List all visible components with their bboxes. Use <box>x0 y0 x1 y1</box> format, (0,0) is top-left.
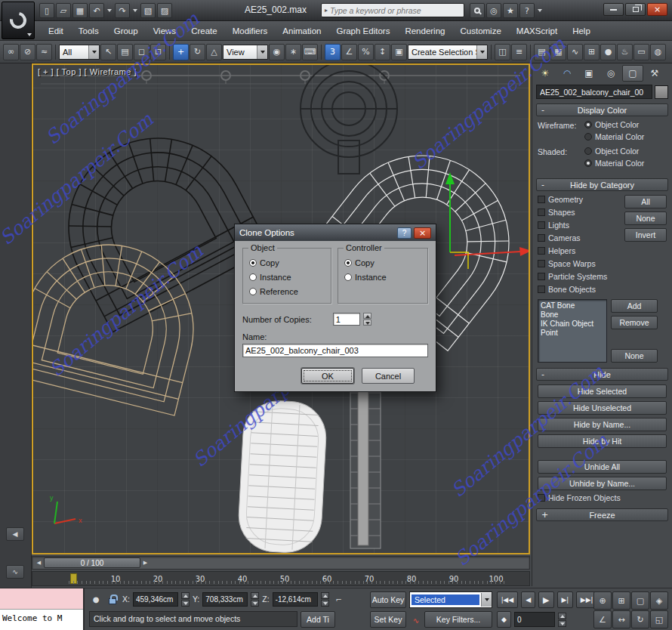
menu-modifiers[interactable]: Modifiers <box>225 21 276 41</box>
selection-filter-dropdown[interactable]: All <box>59 45 100 60</box>
viewport-label[interactable]: [ + ] [ Top ] [ Wireframe ] <box>38 67 137 76</box>
bone-objects-list[interactable]: CAT Bone Bone IK Chain Object Point <box>538 299 607 363</box>
auto-key-button[interactable]: Auto Key <box>370 591 406 608</box>
copies-spinner[interactable] <box>363 313 371 326</box>
current-frame-input[interactable] <box>514 612 555 627</box>
layer-manager-button[interactable]: ▤ <box>534 44 550 60</box>
category-invert-button[interactable]: Invert <box>624 228 667 242</box>
material-editor-button[interactable]: ● <box>600 44 616 60</box>
snaps-toggle-button[interactable]: 3 <box>325 44 341 60</box>
object-reference-radio[interactable]: Reference <box>249 287 325 296</box>
spinner-snap-toggle-button[interactable]: ↕ <box>375 44 390 60</box>
schematic-view-button[interactable]: ⊞ <box>584 44 600 60</box>
hide-selected-button[interactable]: Hide Selected <box>538 384 667 398</box>
select-and-scale-button[interactable]: △ <box>206 44 222 60</box>
communication-center-icon[interactable]: ◎ <box>486 3 501 18</box>
category-shapes-checkbox[interactable]: Shapes <box>538 208 621 217</box>
field-of-view-button[interactable]: ∠ <box>593 610 612 628</box>
time-slider-prev-arrow[interactable]: ◀ <box>34 557 44 568</box>
undo-dropdown-icon[interactable] <box>106 3 113 18</box>
search-box[interactable]: ▸ <box>321 3 464 17</box>
list-item[interactable]: CAT Bone <box>541 301 604 310</box>
dot-icon[interactable]: ● <box>89 591 103 607</box>
project-folder-button[interactable]: ▧ <box>140 3 156 18</box>
object-instance-radio[interactable]: Instance <box>249 273 325 282</box>
tab-display[interactable]: ▢ <box>622 65 643 82</box>
use-pivot-point-center-button[interactable]: ◉ <box>269 44 285 60</box>
listener-macro-recorder-row[interactable] <box>0 588 83 610</box>
hide-rollout-header[interactable]: - Hide <box>536 368 668 381</box>
minimize-button[interactable] <box>603 3 624 16</box>
orbit-button[interactable]: ↻ <box>631 610 649 628</box>
menu-group[interactable]: Group <box>106 21 146 41</box>
menu-maxscript[interactable]: MAXScript <box>509 21 565 41</box>
select-by-name-button[interactable]: ▤ <box>117 44 133 60</box>
tab-hierarchy[interactable]: ▣ <box>578 65 600 82</box>
search-icon[interactable] <box>470 3 485 18</box>
collapse-panel-button[interactable]: ◀ <box>6 527 24 541</box>
key-mode-dropdown[interactable]: Selected <box>409 591 492 608</box>
rendered-frame-window-button[interactable]: ▭ <box>633 44 649 60</box>
category-lights-checkbox[interactable]: Lights <box>538 221 621 230</box>
z-coordinate-input[interactable] <box>273 592 318 607</box>
menu-edit[interactable]: Edit <box>41 21 71 41</box>
track-bar[interactable]: 0 10 20 30 40 50 60 70 80 90 100 <box>32 571 530 586</box>
time-slider-next-arrow[interactable]: ▶ <box>140 557 150 568</box>
category-helpers-checkbox[interactable]: Helpers <box>538 246 621 255</box>
bind-to-space-warp-button[interactable]: ≈ <box>36 44 52 60</box>
zoom-extents-all-button[interactable]: ◈ <box>650 591 668 610</box>
hide-by-category-rollout-header[interactable]: - Hide by Category <box>536 178 668 191</box>
menu-customize[interactable]: Customize <box>452 21 508 41</box>
keyboard-shortcut-override-button[interactable]: ⌨ <box>302 44 318 60</box>
listener-output-row[interactable]: Welcome to M <box>0 610 83 630</box>
angle-snap-toggle-button[interactable]: ∠ <box>341 44 357 60</box>
open-file-button[interactable]: ▱ <box>56 3 71 18</box>
display-color-rollout-header[interactable]: - Display Color <box>536 103 668 116</box>
x-coordinate-input[interactable] <box>133 592 178 607</box>
category-cameras-checkbox[interactable]: Cameras <box>538 233 621 242</box>
key-filters-button[interactable]: Key Filters... <box>424 611 492 628</box>
new-scene-button[interactable]: ▯ <box>39 3 54 18</box>
edit-named-selection-sets-button[interactable]: ▣ <box>391 44 407 60</box>
controller-instance-radio[interactable]: Instance <box>344 273 421 282</box>
list-item[interactable]: IK Chain Object <box>541 320 604 329</box>
category-space-warps-checkbox[interactable]: Space Warps <box>538 259 621 268</box>
cancel-button[interactable]: Cancel <box>362 368 415 384</box>
absolute-offset-toggle[interactable]: ⌐ <box>332 591 346 607</box>
x-spinner[interactable] <box>181 592 190 607</box>
menu-rendering[interactable]: Rendering <box>397 21 452 41</box>
tab-modify[interactable]: ◠ <box>556 65 578 82</box>
object-name-input[interactable] <box>536 85 652 99</box>
hide-frozen-objects-checkbox[interactable]: Hide Frozen Objects <box>538 493 667 502</box>
previous-frame-button[interactable]: ◀ <box>521 591 535 608</box>
workspace-button[interactable]: ▨ <box>157 3 172 18</box>
redo-dropdown-icon[interactable] <box>131 3 139 18</box>
search-input[interactable] <box>330 6 461 15</box>
category-geometry-checkbox[interactable]: Geometry <box>538 195 621 204</box>
mirror-button[interactable]: ◫ <box>495 44 510 60</box>
tab-utilities[interactable]: ⚒ <box>644 65 665 82</box>
hide-by-name-button[interactable]: Hide by Name... <box>538 418 667 431</box>
add-time-tag-button[interactable]: Add Ti <box>301 611 335 628</box>
help-button[interactable]: ? <box>519 3 535 18</box>
render-setup-button[interactable]: ♨ <box>617 44 633 60</box>
menu-animation[interactable]: Animation <box>275 21 328 41</box>
shaded-material-color-radio[interactable]: Material Color <box>584 159 644 168</box>
category-particle-systems-checkbox[interactable]: Particle Systems <box>538 272 621 281</box>
key-mode-toggle-button[interactable]: ◆ <box>497 611 511 628</box>
rectangular-selection-region-button[interactable]: ◻ <box>134 44 150 60</box>
object-copy-radio[interactable]: Copy <box>249 258 325 267</box>
zoom-all-button[interactable]: ⊞ <box>612 591 630 610</box>
menu-create[interactable]: Create <box>183 21 225 41</box>
close-button[interactable]: × <box>647 3 667 16</box>
unhide-all-button[interactable]: Unhide All <box>538 460 667 474</box>
select-and-link-button[interactable]: ∞ <box>3 44 19 60</box>
time-slider-handle[interactable]: 0 / 100 <box>44 557 140 568</box>
object-color-swatch[interactable] <box>655 85 668 99</box>
dialog-close-button[interactable]: × <box>414 227 431 239</box>
dialog-titlebar[interactable]: Clone Options ? × <box>235 224 436 241</box>
y-spinner[interactable] <box>251 592 259 607</box>
titlebar[interactable]: ▯ ▱ ▦ ↶ ↷ ▧ ▨ AE25_002.max ▸ ◎ ★ ? × <box>0 0 672 21</box>
list-item[interactable]: Point <box>541 329 604 338</box>
graphite-modeling-button[interactable]: ▦ <box>550 44 566 60</box>
